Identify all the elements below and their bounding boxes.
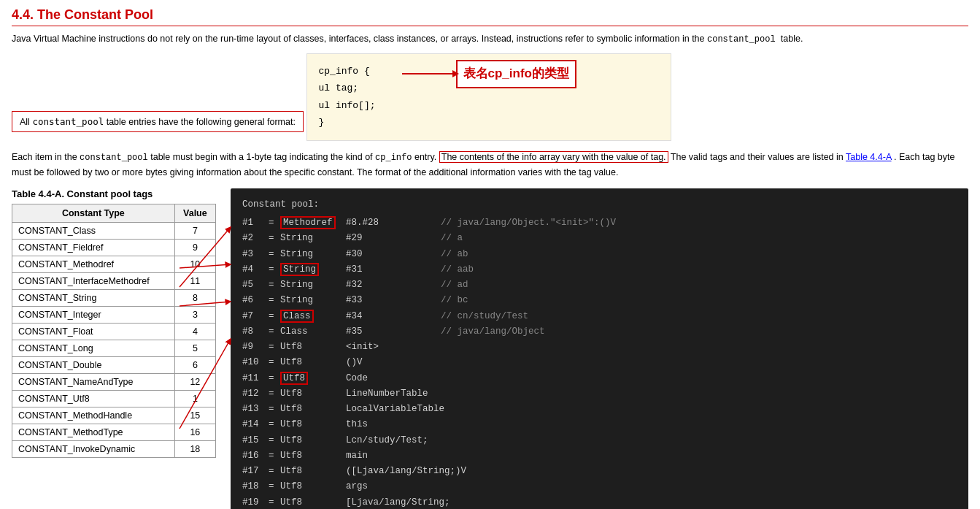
cell-constant-type: CONSTANT_Methodref (12, 256, 175, 272)
pool-row: #7 = Class#34// cn/study/Test (242, 309, 957, 324)
highlight-box-text: All constant_pool table entries have the… (20, 117, 296, 127)
table-row: CONSTANT_Long5 (12, 340, 216, 356)
table-row: CONSTANT_Float4 (12, 323, 216, 340)
arrow-right-icon (402, 73, 453, 74)
cell-value: 8 (174, 289, 215, 306)
pool-row: #16 = Utf8main (242, 448, 957, 464)
pool-row: #11 = Utf8Code (242, 371, 957, 386)
pool-row: #15 = Utf8Lcn/study/Test; (242, 433, 957, 448)
body-text-3: entry. (414, 152, 439, 162)
pool-row: #8 = Class#35// java/lang/Object (242, 324, 957, 340)
code-block: cp_info { ul tag; ul info[]; } 表名cp_info… (306, 53, 671, 141)
cell-constant-type: CONSTANT_String (12, 289, 175, 306)
cell-value: 10 (174, 256, 215, 272)
table-title: Table 4.4-A. Constant pool tags (12, 188, 216, 199)
cell-constant-type: CONSTANT_Fieldref (12, 239, 175, 256)
table-row: CONSTANT_NameAndType12 (12, 373, 216, 390)
pool-row: #19 = Utf8[Ljava/lang/String; (242, 495, 957, 510)
cell-constant-type: CONSTANT_Class (12, 222, 175, 239)
cell-value: 11 (174, 272, 215, 289)
highlight-box: All constant_pool table entries have the… (12, 111, 304, 132)
cell-constant-type: CONSTANT_Utf8 (12, 390, 175, 407)
section-wrapper: 4.4. The Constant Pool Java Virtual Mach… (12, 7, 968, 509)
body-text-4: The valid tags and their values are list… (671, 152, 846, 162)
pool-row: #6 = String#33// bc (242, 293, 957, 308)
cell-value: 9 (174, 239, 215, 256)
cell-value: 3 (174, 306, 215, 323)
pool-row: #4 = String#31// aab (242, 262, 957, 278)
table-row: CONSTANT_Fieldref9 (12, 239, 216, 256)
table-row: CONSTANT_MethodType16 (12, 424, 216, 440)
pool-title: Constant pool: (242, 197, 957, 213)
cell-value: 12 (174, 373, 215, 390)
cell-constant-type: CONSTANT_InterfaceMethodref (12, 272, 175, 289)
col-header-type: Constant Type (12, 204, 175, 222)
cell-constant-type: CONSTANT_MethodType (12, 424, 175, 440)
cell-value: 16 (174, 424, 215, 440)
col-header-value: Value (174, 204, 215, 222)
body-text-1: Each item in the (12, 152, 80, 162)
cell-constant-type: CONSTANT_Double (12, 356, 175, 373)
cell-constant-type: CONSTANT_MethodHandle (12, 407, 175, 424)
cell-constant-type: CONSTANT_Integer (12, 306, 175, 323)
intro-text-end: table. (781, 34, 803, 44)
pool-row: #10 = Utf8()V (242, 355, 957, 370)
table-row: CONSTANT_InterfaceMethodref11 (12, 272, 216, 289)
left-section: Table 4.4-A. Constant pool tags Constant… (12, 188, 216, 458)
cell-constant-type: CONSTANT_Long (12, 340, 175, 356)
pool-row: #3 = String#30// ab (242, 247, 957, 262)
cell-value: 4 (174, 323, 215, 340)
cell-value: 1 (174, 390, 215, 407)
pool-row: #12 = Utf8LineNumberTable (242, 386, 957, 402)
cell-value: 5 (174, 340, 215, 356)
pool-row: #18 = Utf8args (242, 479, 957, 494)
right-section: Constant pool: #1 = Methodref#8.#28// ja… (231, 188, 968, 509)
pool-row: #2 = String#29// a (242, 231, 957, 246)
constant-table: Constant Type Value CONSTANT_Class7CONST… (12, 204, 216, 458)
table-row: CONSTANT_Double6 (12, 356, 216, 373)
code-line-4: } (319, 114, 659, 131)
cell-constant-type: CONSTANT_InvokeDynamic (12, 440, 175, 457)
main-content: Table 4.4-A. Constant pool tags Constant… (12, 188, 968, 509)
pool-row: #13 = Utf8LocalVariableTable (242, 402, 957, 417)
cell-value: 7 (174, 222, 215, 239)
body-code-2: cp_info (375, 153, 412, 163)
table-row: CONSTANT_InvokeDynamic18 (12, 440, 216, 457)
cell-constant-type: CONSTANT_Float (12, 323, 175, 340)
intro-paragraph: Java Virtual Machine instructions do not… (12, 32, 968, 46)
pool-row: #9 = Utf8<init> (242, 340, 957, 355)
dark-code-block: Constant pool: #1 = Methodref#8.#28// ja… (231, 188, 968, 509)
table-row: CONSTANT_Utf81 (12, 390, 216, 407)
table-row: CONSTANT_MethodHandle15 (12, 407, 216, 424)
table-row: CONSTANT_Methodref10 (12, 256, 216, 272)
annotation-label: 表名cp_info的类型 (456, 60, 576, 88)
table-row: CONSTANT_Integer3 (12, 306, 216, 323)
body-text-2: table must begin with a 1-byte tag indic… (150, 152, 375, 162)
table-row: CONSTANT_String8 (12, 289, 216, 306)
code-line-3: ul info[]; (319, 97, 659, 114)
cell-value: 15 (174, 407, 215, 424)
body-paragraph: Each item in the constant_pool table mus… (12, 150, 968, 180)
cell-constant-type: CONSTANT_NameAndType (12, 373, 175, 390)
pool-row: #1 = Methodref#8.#28// java/lang/Object.… (242, 215, 957, 231)
pool-row: #17 = Utf8([Ljava/lang/String;)V (242, 464, 957, 479)
table-link[interactable]: Table 4.4-A (846, 152, 892, 162)
body-code-1: constant_pool (80, 153, 148, 163)
table-row: CONSTANT_Class7 (12, 222, 216, 239)
body-highlighted: The contents of the info array vary with… (439, 151, 668, 163)
pool-row: #5 = String#32// ad (242, 278, 957, 293)
intro-code: constant_pool (707, 34, 781, 45)
pool-row: #14 = Utf8this (242, 417, 957, 432)
section-title: 4.4. The Constant Pool (12, 7, 968, 26)
cell-value: 6 (174, 356, 215, 373)
intro-text-1: Java Virtual Machine instructions do not… (12, 34, 705, 44)
cell-value: 18 (174, 440, 215, 457)
